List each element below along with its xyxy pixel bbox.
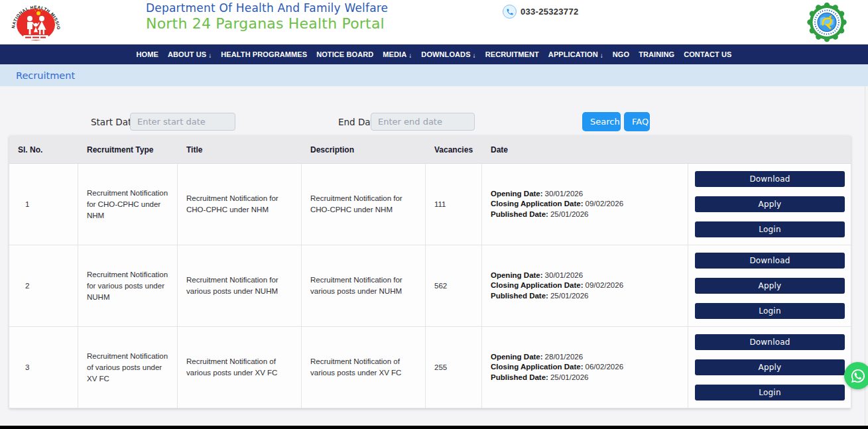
cell-sl-no: 1 (9, 164, 78, 245)
cell-sl-no: 3 (9, 327, 78, 408)
chevron-down-icon: ↓ (600, 52, 603, 59)
cell-recruitment-type: Recruitment Notification of various post… (78, 327, 178, 408)
footer-bar (0, 426, 868, 429)
table-header-row: Sl. No. Recruitment Type Title Descripti… (9, 136, 851, 164)
cell-dates: Opening Date:30/01/2026 Closing Applicat… (482, 164, 688, 245)
cell-dates: Opening Date:30/01/2026 Closing Applicat… (482, 245, 688, 326)
phone-contact: 033-25323772 (503, 5, 578, 19)
login-button[interactable]: Login (695, 385, 845, 400)
portal-title: North 24 Parganas Health Portal (146, 15, 388, 32)
col-header-description: Description (302, 136, 426, 163)
col-header-recruitment-type: Recruitment Type (78, 136, 178, 163)
opening-date: 30/01/2026 (545, 271, 584, 279)
apply-button[interactable]: Apply (695, 278, 845, 294)
phone-number: 033-25323772 (521, 7, 578, 17)
cell-dates: Opening Date:28/01/2026 Closing Applicat… (482, 327, 688, 408)
closing-date: 06/02/2026 (586, 363, 624, 371)
published-date: 25/01/2026 (550, 210, 589, 218)
download-button[interactable]: Download (695, 171, 845, 187)
cell-vacancies: 111 (426, 164, 482, 245)
site-titles: Department Of Health And Family Welfare … (146, 1, 388, 32)
phone-icon (503, 5, 517, 19)
header: NATIONAL HEALTH MISSION Department Of He… (0, 0, 868, 44)
login-button[interactable]: Login (695, 221, 845, 237)
page: NATIONAL HEALTH MISSION Department Of He… (0, 0, 868, 429)
whatsapp-button[interactable] (844, 362, 868, 389)
nav-item-home[interactable]: HOME (137, 50, 158, 58)
whatsapp-icon (850, 368, 866, 384)
cell-actions: Download Apply Login (688, 245, 851, 326)
west-bengal-emblem-icon (807, 2, 847, 42)
download-button[interactable]: Download (695, 253, 845, 269)
col-header-title: Title (178, 136, 302, 163)
cell-recruitment-type: Recruitment Notification for various pos… (78, 245, 178, 326)
nav-item-health-programmes[interactable]: HEALTH PROGRAMMES (221, 50, 307, 58)
cell-description: Recruitment Notification for CHO-CPHC un… (302, 164, 426, 245)
cell-vacancies: 255 (426, 327, 482, 408)
cell-actions: Download Apply Login (688, 327, 851, 408)
col-header-vacancies: Vacancies (426, 136, 482, 163)
nhm-logo-icon: NATIONAL HEALTH MISSION (9, 1, 62, 43)
table-row: 3 Recruitment Notification of various po… (9, 327, 851, 408)
opening-date: 30/01/2026 (545, 190, 584, 198)
start-date-input[interactable] (130, 113, 235, 131)
cell-title: Recruitment Notification for CHO-CPHC un… (178, 164, 302, 245)
chevron-down-icon: ↓ (473, 52, 476, 59)
cell-sl-no: 2 (9, 245, 78, 326)
breadcrumb-bar: Recruitment (0, 64, 868, 86)
nav-item-contact-us[interactable]: CONTACT US (684, 50, 731, 58)
nav-item-about-us[interactable]: ABOUT US↓ (168, 50, 212, 58)
filter-section: Start Date: End Date: Search FAQ (0, 86, 868, 136)
recruitment-table: Sl. No. Recruitment Type Title Descripti… (9, 136, 851, 408)
published-date: 25/01/2026 (550, 373, 589, 381)
navbar: HOME ABOUT US↓ HEALTH PROGRAMMES NOTICE … (0, 44, 868, 64)
cell-description: Recruitment Notification for various pos… (302, 245, 426, 326)
table-row: 2 Recruitment Notification for various p… (9, 245, 851, 327)
cell-actions: Download Apply Login (688, 164, 851, 245)
department-title: Department Of Health And Family Welfare (146, 1, 388, 15)
cell-title: Recruitment Notification of various post… (178, 327, 302, 408)
end-date-input[interactable] (371, 113, 475, 131)
download-button[interactable]: Download (695, 334, 845, 350)
nav-item-notice-board[interactable]: NOTICE BOARD (316, 50, 373, 58)
chevron-down-icon: ↓ (208, 52, 212, 59)
col-header-sl-no: Sl. No. (9, 136, 78, 163)
nav-item-media[interactable]: MEDIA↓ (383, 50, 412, 58)
nav-item-training[interactable]: TRAINING (639, 50, 674, 58)
cell-title: Recruitment Notification for various pos… (178, 245, 302, 326)
nav-item-application[interactable]: APPLICATION↓ (548, 50, 603, 58)
cell-vacancies: 562 (426, 245, 482, 326)
closing-date: 09/02/2026 (586, 281, 624, 289)
published-date: 25/01/2026 (550, 292, 589, 300)
cell-description: Recruitment Notification of various post… (302, 327, 426, 408)
search-button[interactable]: Search (582, 112, 621, 131)
apply-button[interactable]: Apply (695, 196, 845, 212)
faq-button[interactable]: FAQ (624, 112, 650, 131)
breadcrumb[interactable]: Recruitment (16, 70, 75, 81)
apply-button[interactable]: Apply (695, 359, 845, 375)
col-header-actions (688, 136, 851, 163)
chevron-down-icon: ↓ (408, 52, 412, 59)
nav-item-downloads[interactable]: DOWNLOADS↓ (421, 50, 475, 58)
nav-item-ngo[interactable]: NGO (613, 50, 629, 58)
login-button[interactable]: Login (695, 303, 845, 319)
closing-date: 09/02/2026 (586, 200, 624, 208)
table-row: 1 Recruitment Notification for CHO-CPHC … (9, 164, 851, 245)
nav-item-recruitment[interactable]: RECRUITMENT (485, 50, 539, 58)
opening-date: 28/01/2026 (545, 353, 584, 361)
cell-recruitment-type: Recruitment Notification for CHO-CPHC un… (78, 164, 178, 245)
col-header-date: Date (482, 136, 688, 163)
